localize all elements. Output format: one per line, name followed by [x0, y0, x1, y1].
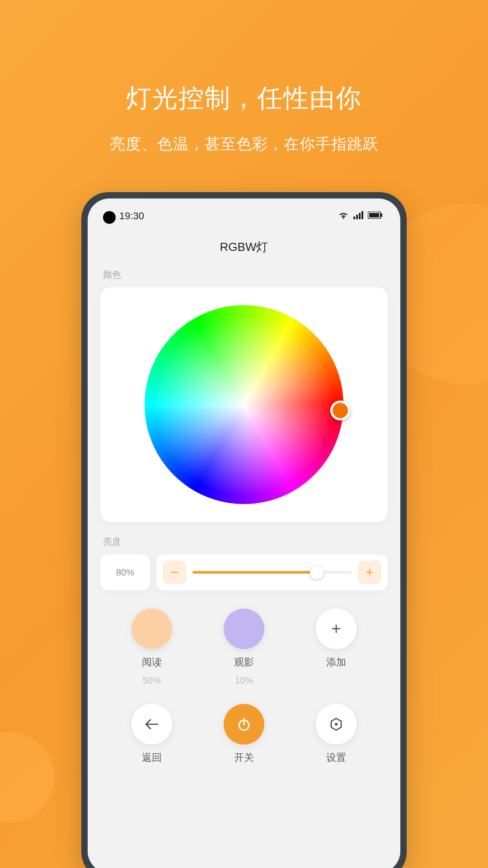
brightness-slider-container: − +	[156, 554, 388, 590]
gear-icon	[329, 717, 343, 731]
scene-percent: 10%	[235, 675, 253, 686]
power-button[interactable]	[224, 704, 264, 745]
actions-row: 返回 开关 设置	[106, 704, 382, 764]
scene-reading[interactable]: 阅读 50%	[131, 609, 172, 686]
status-time: 19:30	[119, 210, 144, 222]
phone-frame: 19:30 RGBW灯 颜色 亮度 80%	[81, 192, 407, 868]
page-title: RGBW灯	[88, 239, 400, 255]
scene-percent	[335, 675, 338, 686]
power-icon	[236, 717, 252, 732]
svg-rect-1	[356, 215, 358, 219]
action-label: 返回	[142, 751, 162, 764]
hero-subtitle: 亮度、色温，甚至色彩，在你手指跳跃	[0, 134, 488, 155]
brightness-slider[interactable]	[192, 571, 352, 574]
scene-movie[interactable]: 观影 10%	[224, 609, 264, 686]
svg-rect-2	[359, 213, 361, 219]
brightness-plus-button[interactable]: +	[358, 561, 381, 584]
brightness-value: 80%	[100, 554, 150, 590]
battery-icon	[368, 212, 382, 221]
action-label: 开关	[234, 751, 254, 764]
action-label: 设置	[326, 751, 346, 764]
back-button[interactable]	[131, 704, 172, 745]
scene-label: 观影	[234, 656, 254, 669]
brightness-section-label: 亮度	[103, 536, 400, 548]
color-handle[interactable]	[330, 401, 350, 420]
svg-rect-5	[369, 213, 379, 217]
scene-label: 阅读	[142, 656, 162, 669]
scene-swatch	[131, 609, 172, 649]
hero-title: 灯光控制，任性由你	[0, 81, 488, 116]
color-section-label: 颜色	[103, 269, 400, 281]
brightness-minus-button[interactable]: −	[163, 561, 186, 584]
add-icon: +	[316, 609, 357, 649]
phone-screen: 19:30 RGBW灯 颜色 亮度 80%	[88, 198, 400, 868]
arrow-left-icon	[145, 719, 159, 730]
signal-icon	[353, 211, 363, 221]
slider-fill	[192, 571, 317, 574]
slider-thumb[interactable]	[310, 566, 324, 579]
status-bar: 19:30	[88, 198, 400, 226]
scene-swatch	[224, 609, 264, 649]
scene-add[interactable]: + 添加	[316, 609, 357, 686]
scenes-row: 阅读 50% 观影 10% + 添加	[106, 609, 382, 686]
svg-point-10	[335, 723, 338, 726]
svg-rect-3	[361, 211, 363, 219]
color-picker-card	[100, 287, 388, 522]
svg-rect-0	[353, 217, 355, 219]
bg-decor	[0, 732, 54, 823]
color-wheel[interactable]	[145, 305, 343, 504]
svg-rect-6	[381, 213, 382, 217]
wifi-icon	[338, 211, 349, 222]
scene-percent: 50%	[143, 675, 161, 686]
camera-hole	[103, 211, 116, 224]
scene-label: 添加	[326, 656, 346, 669]
settings-button[interactable]	[316, 704, 357, 745]
